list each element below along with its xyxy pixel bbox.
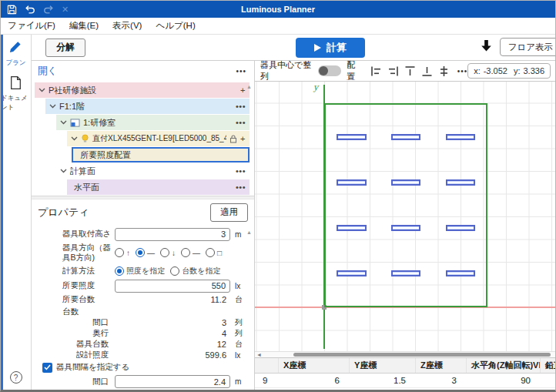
- calculate-button[interactable]: 計算: [296, 38, 365, 58]
- tree-node-calc-surface[interactable]: 計算面 •••: [56, 163, 250, 179]
- scroll-up-arrow[interactable]: ▲: [246, 84, 252, 89]
- help-button[interactable]: ?: [10, 371, 22, 384]
- group-label: 台数: [62, 307, 115, 317]
- align-top-icon[interactable]: [402, 63, 419, 79]
- lock-icon: [229, 135, 237, 143]
- table-row[interactable]: 9 6 1.5 3 90: [255, 374, 555, 388]
- download-arrow-icon[interactable]: [481, 39, 492, 55]
- scroll-left-arrow[interactable]: ◄: [256, 352, 262, 358]
- plan-canvas[interactable]: y: [255, 82, 555, 351]
- direction-radio-down[interactable]: ↓: [160, 248, 176, 257]
- room-icon: [70, 119, 80, 127]
- apply-button[interactable]: 適用: [210, 203, 248, 222]
- coord-y-label: y:: [514, 66, 521, 75]
- field-label: 所要照度: [62, 280, 115, 290]
- field-label: 間口: [62, 317, 115, 327]
- mount-height-input[interactable]: 3: [115, 228, 230, 241]
- chevron-down-icon[interactable]: [60, 169, 67, 173]
- luminaire-fixture[interactable]: [446, 134, 475, 140]
- tree-node-horizontal-plane[interactable]: 水平面 •••: [67, 179, 250, 195]
- field-unit: lx: [230, 282, 250, 290]
- tree-node-luminaire[interactable]: 直付XLX455GENT-LE9[LED5000_85_4650*1](1 +: [67, 131, 250, 146]
- menu-edit[interactable]: 編集(E): [62, 20, 106, 32]
- plan-view-panel: 器具中心で整列 配置 ••• x: -3.052 y: 3: [255, 61, 555, 390]
- field-label: 計算方法: [62, 266, 115, 276]
- more-options-button[interactable]: •••: [233, 166, 246, 176]
- luminaire-fixture[interactable]: [337, 225, 366, 231]
- tree-node-label: 1:研修室: [80, 117, 116, 129]
- more-options-button[interactable]: •••: [233, 183, 246, 192]
- luminaire-fixture[interactable]: [391, 179, 420, 186]
- more-options-button[interactable]: •••: [233, 102, 246, 111]
- count-width-value: 3: [115, 318, 230, 327]
- menu-view[interactable]: 表示(V): [106, 20, 149, 32]
- menu-file[interactable]: ファイル(F): [1, 20, 62, 32]
- direction-radio-horizontal2[interactable]: ―: [181, 248, 200, 257]
- luminaire-fixture[interactable]: [391, 134, 420, 140]
- luminaire-fixture[interactable]: [337, 134, 366, 140]
- tree-node-required-illuminance[interactable]: 所要照度配置: [72, 147, 250, 162]
- luminaire-fixture[interactable]: [446, 225, 475, 231]
- checkbox-checked-icon[interactable]: [42, 363, 52, 373]
- rail-item-plan[interactable]: プラン: [5, 39, 25, 68]
- more-options-button[interactable]: •••: [233, 118, 246, 127]
- luminaire-fixture[interactable]: [446, 179, 475, 186]
- luminaire-fixture[interactable]: [337, 270, 366, 276]
- luminaire-fixture[interactable]: [446, 270, 475, 276]
- rail-item-document[interactable]: ドキュメント: [1, 75, 31, 112]
- luminaire-fixture[interactable]: [337, 179, 366, 186]
- app-title: Luminous Planner: [1, 5, 555, 14]
- canvas-horizontal-scrollbar[interactable]: ◄: [255, 351, 555, 357]
- table-row[interactable]: 10 6 3.5 3 90: [255, 388, 555, 390]
- coord-x-label: x:: [474, 66, 481, 75]
- tree-node-label: P社研修施設: [45, 85, 96, 96]
- luminaire-fixture[interactable]: [391, 270, 420, 276]
- direction-radio-horizontal[interactable]: ―: [136, 248, 155, 257]
- align-center-toggle[interactable]: [318, 65, 341, 76]
- scrollbar-thumb[interactable]: [293, 353, 551, 357]
- col-header-index: [255, 358, 278, 373]
- calculate-label: 計算: [327, 41, 347, 55]
- more-options-button[interactable]: •••: [457, 67, 468, 75]
- floor-view-button[interactable]: フロア表示: [500, 38, 556, 56]
- placement-label: 配置: [347, 59, 361, 82]
- chevron-down-icon[interactable]: [39, 88, 45, 92]
- cursor-coordinates: x: -3.052 y: 3.336: [467, 63, 551, 79]
- align-bottom-icon[interactable]: [419, 63, 436, 79]
- align-left-icon[interactable]: [368, 63, 385, 79]
- scroll-up-arrow[interactable]: ▲: [246, 230, 252, 235]
- field-unit: 列: [230, 317, 250, 328]
- menu-help[interactable]: ヘルプ(H): [149, 20, 202, 32]
- decompose-button[interactable]: 分解: [45, 39, 85, 57]
- document-icon: [9, 75, 22, 93]
- required-lux-input[interactable]: 550: [115, 280, 230, 293]
- tree-node-floor[interactable]: F1:1階 •••: [45, 99, 250, 114]
- luminaire-fixture[interactable]: [391, 225, 420, 231]
- tree-node-label: 直付XLX455GENT-LE9[LED5000_85_4650*1](1: [89, 133, 226, 144]
- direction-radio-square[interactable]: □: [206, 248, 222, 257]
- chevron-down-icon[interactable]: [49, 104, 56, 109]
- field-label: 所要台数: [62, 294, 115, 304]
- direction-radio-up[interactable]: ↑: [115, 248, 130, 257]
- project-panel: 開く ••• ▲ P社研修施設 + F1:1階: [32, 61, 255, 390]
- col-header-vertical-angle: 鉛直角: [540, 358, 555, 373]
- tree-node-facility[interactable]: P社研修施設 +: [35, 82, 250, 98]
- calc-method-radio-illuminance[interactable]: 照度を指定: [115, 266, 165, 276]
- distribute-center-icon[interactable]: [436, 63, 453, 79]
- fixture-coordinate-table: X座標 Y座標 Z座標 水平角(Z軸回転)VH 鉛直角 9 6 1.5 3 90: [255, 357, 555, 390]
- chevron-down-icon[interactable]: [60, 120, 67, 125]
- tree-node-room[interactable]: 1:研修室 •••: [56, 115, 250, 130]
- calc-method-radio-count[interactable]: 台数を指定: [170, 266, 220, 276]
- add-node-button[interactable]: +: [237, 134, 246, 143]
- align-right-icon[interactable]: [385, 63, 402, 79]
- main-toolbar: 分解 計算 フロア表示: [32, 35, 555, 61]
- chevron-down-icon[interactable]: [71, 136, 78, 141]
- add-node-button[interactable]: +: [237, 85, 246, 95]
- spacing-width-input[interactable]: 2.4: [115, 375, 230, 388]
- more-options-button[interactable]: •••: [236, 67, 246, 75]
- title-bar: ✕ Luminous Planner: [1, 1, 555, 18]
- open-link[interactable]: 開く: [38, 65, 57, 78]
- project-tree: ▲ P社研修施設 + F1:1階 •••: [32, 82, 254, 196]
- rail-item-label: ドキュメント: [1, 94, 31, 112]
- spacing-checkbox-row[interactable]: 器具間隔を指定する: [42, 360, 254, 374]
